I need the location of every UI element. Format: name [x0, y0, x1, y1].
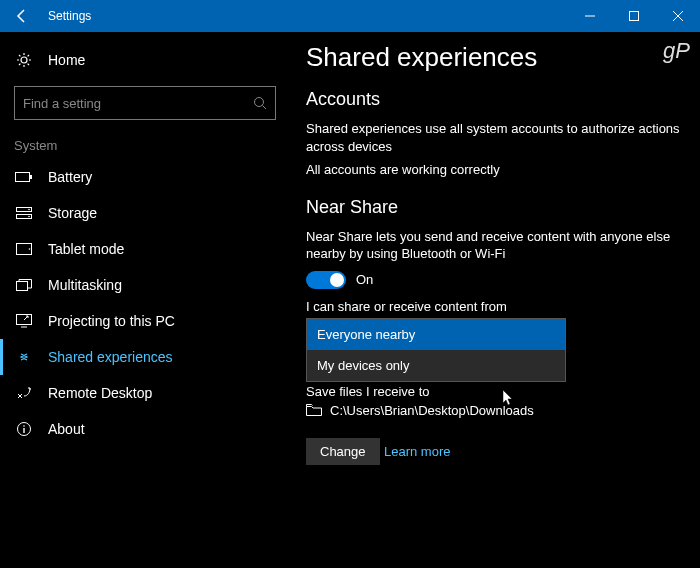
search-input[interactable]: Find a setting: [14, 86, 276, 120]
accounts-section: Accounts Shared experiences use all syst…: [306, 89, 684, 179]
change-label: Change: [320, 444, 366, 459]
watermark: gP: [663, 38, 690, 64]
nav-label: Shared experiences: [48, 349, 173, 365]
nav-label: Remote Desktop: [48, 385, 152, 401]
svg-rect-5: [16, 173, 30, 182]
svg-point-3: [255, 98, 264, 107]
window-controls: [568, 0, 700, 32]
nav-label: Multitasking: [48, 277, 122, 293]
content-area: Home Find a setting System Battery Stora…: [0, 32, 700, 568]
group-label: System: [0, 134, 290, 159]
svg-rect-6: [30, 175, 32, 179]
home-button[interactable]: Home: [0, 44, 290, 76]
toggle-state: On: [356, 272, 373, 287]
sidebar-item-multitasking[interactable]: Multitasking: [0, 267, 290, 303]
shared-icon: [14, 349, 34, 365]
svg-point-12: [29, 248, 31, 250]
window-title: Settings: [48, 9, 568, 23]
search-icon: [253, 96, 267, 110]
svg-point-2: [21, 57, 27, 63]
home-label: Home: [48, 52, 85, 68]
option-label: Everyone nearby: [317, 327, 415, 342]
sidebar-item-shared-experiences[interactable]: Shared experiences: [0, 339, 290, 375]
svg-rect-13: [17, 282, 28, 291]
nav-label: Storage: [48, 205, 97, 221]
svg-line-4: [263, 106, 267, 110]
search-placeholder: Find a setting: [23, 96, 253, 111]
nearshare-toggle-row: On: [306, 271, 684, 289]
sidebar-item-about[interactable]: About: [0, 411, 290, 447]
sidebar: Home Find a setting System Battery Stora…: [0, 32, 290, 568]
folder-icon: [306, 404, 322, 416]
minimize-button[interactable]: [568, 0, 612, 32]
svg-point-16: [23, 425, 25, 427]
nav-label: Battery: [48, 169, 92, 185]
projecting-icon: [14, 314, 34, 328]
tablet-icon: [14, 243, 34, 255]
gear-icon: [14, 52, 34, 68]
dropdown-list: Everyone nearby My devices only: [306, 318, 566, 382]
sidebar-item-projecting[interactable]: Projecting to this PC: [0, 303, 290, 339]
sidebar-item-tablet[interactable]: Tablet mode: [0, 231, 290, 267]
maximize-button[interactable]: [612, 0, 656, 32]
accounts-status: All accounts are working correctly: [306, 161, 684, 179]
save-path: C:\Users\Brian\Desktop\Downloads: [330, 403, 534, 418]
titlebar: Settings: [0, 0, 700, 32]
nearshare-section: Near Share Near Share lets you send and …: [306, 197, 684, 465]
share-from-dropdown[interactable]: Everyone nearby My devices only: [306, 318, 684, 350]
settings-window: Settings Home Find a setting: [0, 0, 700, 568]
nav-label: Projecting to this PC: [48, 313, 175, 329]
svg-point-9: [28, 209, 30, 211]
svg-point-10: [28, 216, 30, 218]
accounts-desc: Shared experiences use all system accoun…: [306, 120, 684, 155]
nearshare-toggle[interactable]: [306, 271, 346, 289]
remote-icon: [14, 386, 34, 400]
save-path-row: C:\Users\Brian\Desktop\Downloads: [306, 403, 684, 418]
multitasking-icon: [14, 279, 34, 291]
save-to-label: Save files I receive to: [306, 384, 684, 399]
storage-icon: [14, 206, 34, 220]
battery-icon: [14, 171, 34, 183]
svg-rect-1: [630, 12, 639, 21]
option-label: My devices only: [317, 358, 409, 373]
share-from-label: I can share or receive content from: [306, 299, 684, 314]
nav-label: About: [48, 421, 85, 437]
change-button[interactable]: Change: [306, 438, 380, 465]
page-title: Shared experiences: [306, 42, 684, 73]
learn-more-link[interactable]: Learn more: [384, 444, 450, 459]
nav-label: Tablet mode: [48, 241, 124, 257]
main-panel: gP Shared experiences Accounts Shared ex…: [290, 32, 700, 568]
learn-label: Learn more: [384, 444, 450, 459]
nearshare-heading: Near Share: [306, 197, 684, 218]
accounts-heading: Accounts: [306, 89, 684, 110]
sidebar-item-battery[interactable]: Battery: [0, 159, 290, 195]
sidebar-item-storage[interactable]: Storage: [0, 195, 290, 231]
sidebar-item-remote-desktop[interactable]: Remote Desktop: [0, 375, 290, 411]
info-icon: [14, 421, 34, 437]
back-button[interactable]: [0, 0, 44, 32]
dropdown-option-everyone[interactable]: Everyone nearby: [307, 319, 565, 350]
dropdown-option-mydevices[interactable]: My devices only: [307, 350, 565, 381]
close-button[interactable]: [656, 0, 700, 32]
nearshare-desc: Near Share lets you send and receive con…: [306, 228, 684, 263]
